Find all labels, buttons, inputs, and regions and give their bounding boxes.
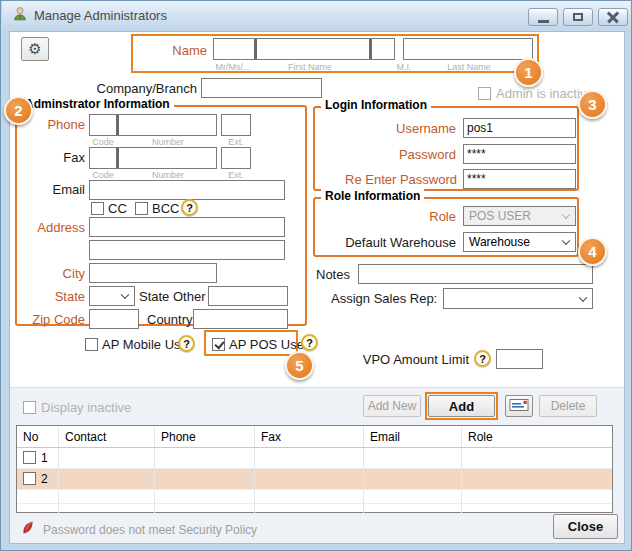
annotation-badge-1: 1 <box>514 58 543 87</box>
vpo-amount-limit-input[interactable] <box>496 349 543 369</box>
ap-mobile-user-checkbox[interactable] <box>85 338 98 351</box>
address-line2-input[interactable] <box>89 240 285 260</box>
close-button[interactable]: Close <box>553 514 618 539</box>
default-warehouse-label: Default Warehouse <box>321 235 456 250</box>
first-name-sublabel: First Name <box>255 62 365 72</box>
fax-code-input[interactable] <box>90 148 116 168</box>
phone-compound-field <box>89 114 217 136</box>
close-icon <box>606 10 620 24</box>
username-label: Username <box>326 121 456 136</box>
vpo-help-icon[interactable]: ? <box>474 350 491 367</box>
add-button[interactable]: Add <box>428 395 495 417</box>
name-prefix-input[interactable] <box>214 39 254 59</box>
state-select[interactable] <box>89 286 135 306</box>
company-branch-input[interactable] <box>201 78 322 98</box>
password-input[interactable] <box>463 144 576 164</box>
table-empty-row <box>17 490 612 504</box>
ap-pos-user-checkbox[interactable] <box>212 338 225 351</box>
add-new-button[interactable]: Add New <box>363 395 421 417</box>
name-label: Name <box>133 43 207 58</box>
first-name-input[interactable] <box>257 39 369 59</box>
fax-number-sublabel: Number <box>121 170 215 180</box>
admin-inactive-checkbox[interactable] <box>478 87 491 100</box>
chevron-down-icon <box>562 211 570 219</box>
zip-code-input[interactable] <box>89 309 139 329</box>
phone-number-input[interactable] <box>119 115 216 135</box>
col-header-phone[interactable]: Phone <box>155 426 255 447</box>
ap-pos-help-icon[interactable]: ? <box>301 334 318 351</box>
city-input[interactable] <box>89 263 217 283</box>
cc-bcc-help-icon[interactable]: ? <box>181 199 198 216</box>
minimize-icon <box>538 20 549 23</box>
col-header-role[interactable]: Role <box>462 426 612 447</box>
fax-ext-input[interactable] <box>221 147 251 169</box>
username-input[interactable] <box>463 118 576 138</box>
assign-sales-rep-label: Assign Sales Rep: <box>331 291 437 306</box>
default-warehouse-select[interactable]: Warehouse <box>463 232 576 252</box>
col-header-contact[interactable]: Contact <box>59 426 155 447</box>
cc-label: CC <box>108 201 127 216</box>
state-label: State <box>29 289 85 304</box>
window-title: Manage Administrators <box>34 8 167 23</box>
assign-sales-rep-select[interactable] <box>443 288 593 309</box>
table-row[interactable]: 1 <box>17 448 612 469</box>
chevron-down-icon <box>579 293 587 301</box>
minimize-button[interactable] <box>528 8 558 26</box>
row-checkbox[interactable] <box>23 451 36 464</box>
maximize-button[interactable] <box>563 8 593 26</box>
fax-compound-field <box>89 147 217 169</box>
close-window-button[interactable] <box>598 8 628 26</box>
table-header-row: No Contact Phone Fax Email Role <box>17 426 612 448</box>
col-header-fax[interactable]: Fax <box>255 426 364 447</box>
address-line1-input[interactable] <box>89 217 285 237</box>
row-number: 1 <box>41 451 48 465</box>
administrator-info-title: Adminstrator Information <box>21 97 174 111</box>
phone-code-input[interactable] <box>90 115 116 135</box>
reenter-password-label: Re Enter Password <box>319 172 457 187</box>
city-label: City <box>29 266 85 281</box>
col-header-no[interactable]: No <box>17 426 59 447</box>
company-branch-label: Company/Branch <box>71 81 197 96</box>
chevron-down-icon <box>562 237 570 245</box>
last-name-input[interactable] <box>403 38 533 60</box>
ap-mobile-help-icon[interactable]: ? <box>178 335 195 352</box>
login-info-title: Login Information <box>321 98 431 112</box>
annotation-badge-5: 5 <box>285 351 314 380</box>
vpo-amount-limit-label: VPO Amount Limit <box>361 352 469 367</box>
reenter-password-input[interactable] <box>463 169 576 189</box>
bcc-checkbox[interactable] <box>135 202 148 215</box>
maximize-icon <box>573 13 583 21</box>
phone-ext-input[interactable] <box>221 114 251 136</box>
fax-code-sublabel: Code <box>89 170 117 180</box>
last-name-sublabel: Last Name <box>411 62 527 72</box>
state-other-input[interactable] <box>208 286 288 306</box>
fax-number-input[interactable] <box>119 148 216 168</box>
settings-button[interactable]: ⚙ <box>21 37 49 61</box>
password-label: Password <box>326 147 456 162</box>
email-label: Email <box>29 182 85 197</box>
fax-label: Fax <box>29 150 85 165</box>
phone-label: Phone <box>29 117 85 132</box>
table-row-selected[interactable]: 2 <box>17 469 612 490</box>
annotation-badge-4: 4 <box>578 237 607 266</box>
address-label: Address <box>19 220 85 235</box>
table-empty-row <box>17 504 612 513</box>
role-select[interactable]: POS USER <box>463 206 576 226</box>
cc-checkbox[interactable] <box>91 202 104 215</box>
contact-card-icon <box>509 397 529 416</box>
notes-input[interactable] <box>358 264 593 284</box>
delete-button[interactable]: Delete <box>539 395 597 417</box>
middle-initial-input[interactable] <box>372 39 394 59</box>
annotation-badge-2: 2 <box>4 96 33 125</box>
email-input[interactable] <box>89 180 285 200</box>
fax-ext-sublabel: Ext. <box>221 170 251 180</box>
country-input[interactable] <box>193 309 288 329</box>
display-inactive-checkbox[interactable] <box>23 401 36 414</box>
name-compound-field <box>213 38 395 60</box>
phone-code-sublabel: Code <box>89 137 117 147</box>
annotation-badge-3: 3 <box>578 90 607 119</box>
contact-card-button[interactable] <box>505 395 533 417</box>
row-checkbox[interactable] <box>23 472 36 485</box>
prefix-sublabel: Mr/Ms/... <box>205 62 261 72</box>
col-header-email[interactable]: Email <box>364 426 462 447</box>
